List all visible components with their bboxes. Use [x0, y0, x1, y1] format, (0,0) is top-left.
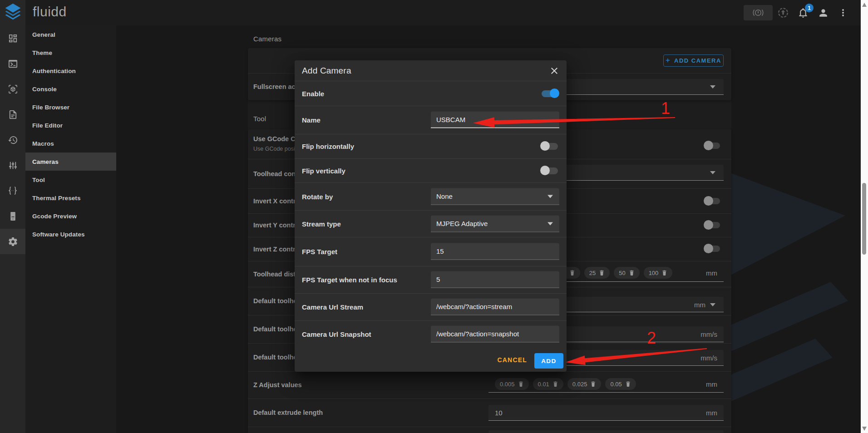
- invert-z-label: Invert Z control: [253, 246, 301, 253]
- trash-icon: [625, 381, 631, 387]
- nav-dashboard[interactable]: [0, 25, 25, 51]
- account-button[interactable]: [813, 3, 833, 23]
- camera-url-stream-input[interactable]: /webcam/?action=stream: [431, 299, 559, 315]
- app-menu-button[interactable]: [833, 3, 853, 23]
- use-gcode-toggle[interactable]: [704, 141, 721, 151]
- scrollbar-thumb[interactable]: [862, 183, 866, 255]
- dialog-close-button[interactable]: [549, 65, 560, 76]
- add-button[interactable]: ADD: [534, 353, 563, 369]
- sidebar-item-file-browser[interactable]: File Browser: [25, 98, 116, 116]
- camera-url-snapshot-value: /webcam/?action=snapshot: [436, 330, 519, 338]
- app-bar: fluidd 1: [0, 0, 861, 25]
- nav-gcode-preview-camera[interactable]: [0, 76, 25, 102]
- name-row: Name USBCAM: [295, 106, 567, 134]
- value-chip[interactable]: 0.005: [495, 378, 529, 390]
- scrollbar-up-arrow[interactable]: [862, 3, 867, 7]
- emergency-stop-button[interactable]: [744, 5, 773, 20]
- sidebar-item-authentication[interactable]: Authentication: [25, 62, 116, 80]
- page-title: Cameras: [253, 35, 281, 43]
- chip-delete-button[interactable]: [569, 270, 575, 276]
- chip-value: 0.025: [572, 381, 587, 388]
- flip-vertically-toggle[interactable]: [540, 166, 559, 176]
- nav-macros[interactable]: [0, 178, 25, 203]
- chevron-down-icon: [710, 85, 715, 89]
- history-icon: [8, 135, 18, 145]
- cancel-button[interactable]: CANCEL: [497, 356, 527, 364]
- name-input[interactable]: USBCAM: [431, 112, 559, 128]
- trash-icon: [518, 381, 524, 387]
- nav-file-browser[interactable]: [0, 102, 25, 127]
- chip-delete-button[interactable]: [629, 270, 635, 276]
- sidebar-item-file-editor[interactable]: File Editor: [25, 116, 116, 134]
- value-chip[interactable]: 0.05: [605, 378, 636, 390]
- flip-horizontally-toggle[interactable]: [540, 141, 559, 151]
- chip-delete-button[interactable]: [599, 270, 605, 276]
- notification-badge: 1: [805, 4, 814, 12]
- invert-y-toggle[interactable]: [704, 220, 721, 230]
- fps-target-unfocused-input[interactable]: 5: [431, 271, 559, 288]
- z-adjust-chips: 0.0050.010.0250.05: [495, 378, 636, 390]
- camera-url-snapshot-input[interactable]: /webcam/?action=snapshot: [431, 326, 559, 343]
- tool-section-title: Tool: [253, 115, 266, 123]
- nav-printer-device[interactable]: [0, 203, 25, 229]
- emergency-stop-icon: [753, 7, 764, 18]
- close-icon: [549, 65, 560, 76]
- rotate-by-select[interactable]: None: [431, 188, 559, 205]
- trash-icon: [552, 381, 558, 387]
- nav-console[interactable]: [0, 51, 25, 76]
- stream-type-select[interactable]: MJPEG Adaptive: [431, 215, 559, 232]
- invert-x-toggle[interactable]: [704, 196, 721, 206]
- sidebar-item-gcode-preview[interactable]: Gcode Preview: [25, 207, 116, 225]
- chevron-down-icon: [547, 222, 553, 225]
- trash-icon: [569, 270, 575, 276]
- chip-delete-button[interactable]: [552, 381, 558, 387]
- sidebar-item-tool[interactable]: Tool: [25, 171, 116, 189]
- value-chip[interactable]: 0.025: [567, 378, 602, 390]
- nav-history[interactable]: [0, 127, 25, 153]
- sidebar-item-general[interactable]: General: [25, 25, 116, 44]
- default-extrude-length-input[interactable]: 10 mm: [488, 405, 724, 421]
- nav-settings[interactable]: [0, 229, 25, 254]
- sidebar-item-macros[interactable]: Macros: [25, 134, 116, 153]
- nav-tune[interactable]: [0, 153, 25, 178]
- files-icon: [8, 109, 18, 120]
- sidebar-item-cameras[interactable]: Cameras: [25, 153, 116, 171]
- flip-vertically-row: Flip vertically: [295, 158, 567, 182]
- fps-target-input[interactable]: 15: [431, 243, 559, 260]
- dialog-footer: CANCEL ADD: [295, 348, 567, 372]
- printer-device-icon: [8, 211, 18, 221]
- enable-toggle[interactable]: [540, 89, 559, 98]
- fps-target-unfocused-value: 5: [436, 276, 440, 283]
- add-camera-button[interactable]: + ADD CAMERA: [663, 54, 724, 67]
- sidebar-item-label: Tool: [32, 177, 45, 183]
- page-scrollbar[interactable]: [861, 0, 868, 433]
- value-chip[interactable]: 25: [584, 267, 610, 279]
- sidebar-item-thermal-presets[interactable]: Thermal Presets: [25, 189, 116, 207]
- chip-delete-button[interactable]: [625, 381, 631, 387]
- z-adjust-unit: mm: [706, 380, 717, 388]
- scrollbar-down-arrow[interactable]: [862, 427, 867, 431]
- notification-count: 1: [808, 5, 811, 11]
- name-value: USBCAM: [436, 116, 465, 123]
- value-chip[interactable]: 50: [614, 267, 639, 279]
- chip-delete-button[interactable]: [518, 381, 524, 387]
- upload-status-button[interactable]: [773, 3, 793, 23]
- flip-horizontally-label: Flip horizontally: [302, 143, 354, 150]
- default-extrude-length-value: 10: [495, 409, 503, 417]
- sidebar-item-software-updates[interactable]: Software Updates: [25, 225, 116, 243]
- value-chip[interactable]: 0.01: [533, 378, 563, 390]
- settings-nav-drawer: General Theme Authentication Console Fil…: [25, 25, 116, 433]
- sidebar-item-console[interactable]: Console: [25, 80, 116, 98]
- app-logo-button[interactable]: [0, 0, 25, 25]
- chip-delete-button[interactable]: [590, 381, 596, 387]
- default-extrude-speed-input[interactable]: [488, 430, 724, 433]
- macros-icon: [7, 185, 18, 196]
- sidebar-item-label: Authentication: [32, 68, 76, 74]
- trash-icon: [661, 270, 667, 276]
- sidebar-item-theme[interactable]: Theme: [25, 44, 116, 62]
- fluidd-app: Cameras + ADD CAMERA Fullscreen action T…: [0, 0, 868, 433]
- invert-z-toggle[interactable]: [704, 244, 721, 254]
- chip-delete-button[interactable]: [661, 270, 667, 276]
- value-chip[interactable]: 100: [644, 267, 673, 279]
- rotate-by-row: Rotate by None: [295, 182, 567, 210]
